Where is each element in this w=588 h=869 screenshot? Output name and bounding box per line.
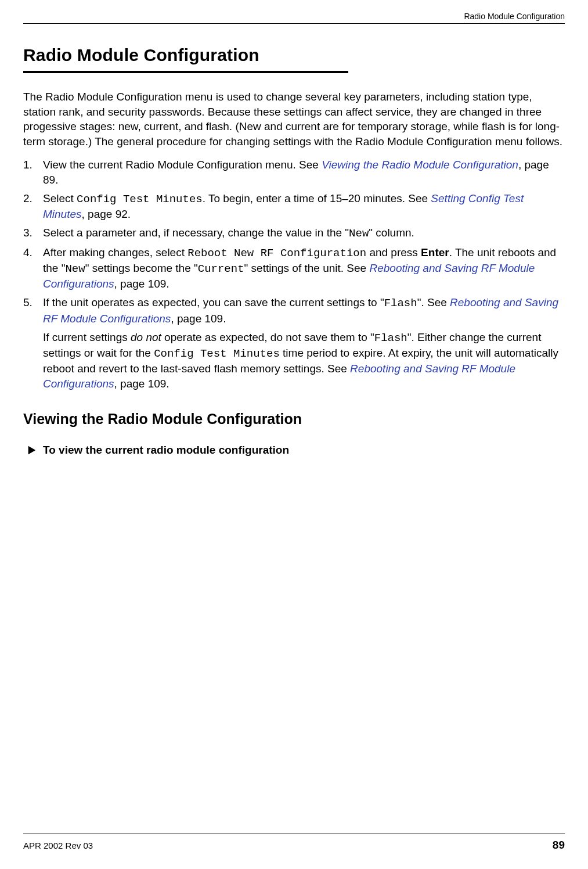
code: Config Test Minutes — [154, 347, 280, 360]
page-number: 89 — [553, 839, 565, 852]
step-text: , page 109. — [114, 278, 169, 290]
text: operate as expected, do not save them to… — [161, 331, 374, 343]
page-footer: APR 2002 Rev 03 89 — [23, 839, 565, 852]
page-content: Radio Module Configuration The Radio Mod… — [23, 0, 565, 457]
section-heading: Viewing the Radio Module Configuration — [23, 411, 565, 428]
step-text: Select a parameter and, if necessary, ch… — [43, 227, 349, 239]
step-text: ". See — [417, 296, 450, 308]
step-5-followup: If current settings do not operate as ex… — [43, 330, 565, 392]
procedure-steps: 1. View the current Radio Module Configu… — [23, 157, 565, 326]
step-5: 5. If the unit operates as expected, you… — [23, 295, 565, 326]
page-title: Radio Module Configuration — [23, 45, 565, 65]
step-4: 4. After making changes, select Reboot N… — [23, 245, 565, 292]
step-2: 2. Select Config Test Minutes. To begin,… — [23, 191, 565, 222]
code: New — [349, 227, 369, 240]
intro-paragraph: The Radio Module Configuration menu is u… — [23, 89, 565, 149]
code: Current — [198, 263, 244, 275]
step-number: 2. — [23, 191, 43, 222]
step-text: and press — [366, 246, 421, 258]
pointer-icon — [27, 445, 37, 455]
step-3: 3. Select a parameter and, if necessary,… — [23, 225, 565, 241]
text: , page 109. — [114, 378, 169, 390]
top-rule — [23, 23, 565, 24]
step-1: 1. View the current Radio Module Configu… — [23, 157, 565, 188]
step-text: View the current Radio Module Configurat… — [43, 159, 322, 171]
running-head: Radio Module Configuration — [464, 12, 565, 21]
code: Config Test Minutes — [77, 193, 203, 206]
step-text: " settings of the unit. See — [244, 262, 370, 274]
step-number: 4. — [23, 245, 43, 292]
code: New — [65, 263, 85, 275]
footer-left: APR 2002 Rev 03 — [23, 841, 93, 850]
task-heading: To view the current radio module configu… — [27, 444, 565, 457]
step-number: 1. — [23, 157, 43, 188]
bold: Enter — [421, 246, 449, 258]
text: If current settings — [43, 331, 131, 343]
step-text: . To begin, enter a time of 15–20 minute… — [203, 192, 431, 204]
step-text: " column. — [369, 227, 414, 239]
link-viewing-config[interactable]: Viewing the Radio Module Configuration — [322, 159, 518, 171]
step-number: 5. — [23, 295, 43, 326]
emphasis: do not — [131, 331, 161, 343]
step-text: " settings become the " — [85, 262, 198, 274]
code: Reboot New RF Configuration — [187, 247, 366, 260]
step-text: After making changes, select — [43, 246, 187, 258]
code: Flash — [374, 332, 407, 344]
task-title: To view the current radio module configu… — [43, 444, 289, 457]
step-text: , page 109. — [171, 313, 226, 325]
step-text: , page 92. — [82, 208, 131, 220]
footer-rule — [23, 834, 565, 834]
step-number: 3. — [23, 225, 43, 241]
title-rule — [23, 71, 348, 73]
code: Flash — [384, 297, 417, 310]
step-text: If the unit operates as expected, you ca… — [43, 296, 384, 308]
step-text: Select — [43, 192, 77, 204]
